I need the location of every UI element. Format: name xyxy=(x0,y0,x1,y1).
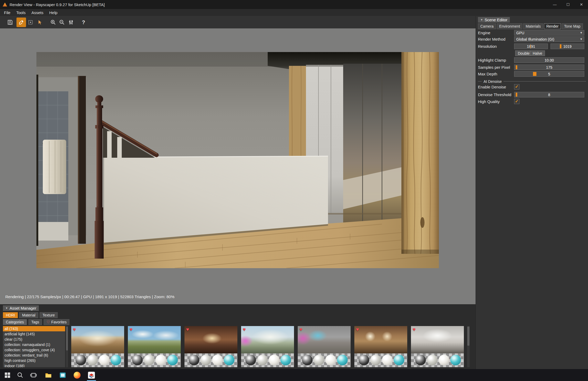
category-item[interactable]: clear (175) xyxy=(3,337,65,342)
category-item[interactable]: collection: smugglers_cove (4) xyxy=(3,347,65,353)
preview-sphere xyxy=(382,355,393,365)
scene-editor-panel: ▼ Scene Editor Camera Environment Materi… xyxy=(476,16,588,369)
hdri-preview xyxy=(241,326,294,353)
category-item[interactable]: artificial light (145) xyxy=(3,331,65,337)
resolution-height-input[interactable]: 1019 xyxy=(551,44,584,49)
minimize-button[interactable]: — xyxy=(548,0,561,9)
asset-manager-header[interactable]: ▼ Asset Manager xyxy=(3,305,39,311)
menu-tools[interactable]: Tools xyxy=(13,10,28,15)
heart-icon[interactable]: ♥ xyxy=(356,327,359,332)
enable-denoise-checkbox[interactable]: ✓ xyxy=(514,84,519,89)
slider-indicator xyxy=(516,65,517,69)
search-button[interactable] xyxy=(14,369,27,381)
filter-tags[interactable]: Tags xyxy=(28,319,42,325)
help-button[interactable]: ? xyxy=(79,18,88,27)
task-view-button[interactable] xyxy=(27,369,40,381)
zoom-in-button[interactable] xyxy=(48,18,58,27)
chevron-down-icon: ▼ xyxy=(580,31,583,34)
high-quality-checkbox[interactable]: ✓ xyxy=(514,99,519,104)
engine-dropdown[interactable]: GPU ▼ xyxy=(514,30,584,36)
menu-assets[interactable]: Assets xyxy=(28,10,46,15)
asset-manager-title: Asset Manager xyxy=(10,306,36,310)
thumbnail-scrollbar[interactable] xyxy=(467,326,470,367)
heart-icon[interactable]: ♥ xyxy=(129,327,132,332)
teal-app-button[interactable] xyxy=(56,369,69,381)
maximize-button[interactable]: ☐ xyxy=(561,0,575,9)
tab-camera[interactable]: Camera xyxy=(478,23,496,29)
denoise-threshold-input[interactable]: 8 xyxy=(514,92,584,97)
render-method-dropdown[interactable]: Global Illumination (GI) ▼ xyxy=(514,36,584,42)
save-icon xyxy=(7,19,13,25)
hdri-thumbnail[interactable]: ♥ xyxy=(184,326,237,367)
heart-icon[interactable]: ♥ xyxy=(73,327,76,332)
color-picker-button[interactable] xyxy=(16,18,26,27)
tab-material[interactable]: Material xyxy=(19,312,38,318)
file-explorer-button[interactable] xyxy=(42,369,55,381)
preview-sphere xyxy=(302,355,313,365)
render-region-button[interactable] xyxy=(26,18,35,27)
scrollbar-thumb[interactable] xyxy=(467,327,469,346)
tab-environment[interactable]: Environment xyxy=(497,23,523,29)
hdri-preview xyxy=(298,326,351,353)
preview-sphere xyxy=(370,355,381,365)
tab-materials[interactable]: Materials xyxy=(523,23,543,29)
category-list-scrollbar[interactable] xyxy=(66,326,68,367)
heart-icon[interactable]: ♥ xyxy=(413,327,415,332)
resolution-height-value: 1019 xyxy=(563,44,572,49)
filter-favorites[interactable]: ♡ Favorites xyxy=(44,319,69,325)
render-image[interactable] xyxy=(36,52,439,268)
hdri-thumbnail[interactable]: ♥ xyxy=(354,326,407,367)
start-button[interactable] xyxy=(1,369,14,381)
preview-sphere xyxy=(394,355,404,365)
select-tool-button[interactable] xyxy=(35,18,45,27)
sliders-icon xyxy=(68,19,74,25)
heart-icon[interactable]: ♥ xyxy=(299,327,302,332)
preview-sphere xyxy=(245,355,256,365)
double-button[interactable]: Double xyxy=(515,50,532,56)
scrollbar-thumb[interactable] xyxy=(66,327,68,350)
denoise-threshold-label: Denoise Threshold xyxy=(478,92,511,97)
preview-sphere xyxy=(156,355,166,365)
heart-icon[interactable]: ♥ xyxy=(243,327,246,332)
section-line xyxy=(503,81,586,82)
sketchup-button[interactable] xyxy=(85,369,98,381)
menu-help[interactable]: Help xyxy=(46,10,60,15)
filter-categories[interactable]: Categories xyxy=(3,319,27,325)
hdri-thumbnail[interactable]: ♥ xyxy=(298,326,351,367)
adjustments-button[interactable] xyxy=(66,18,76,27)
hdri-thumbnail[interactable]: ♥ xyxy=(71,326,124,367)
teal-app-icon xyxy=(59,372,66,379)
category-item[interactable]: indoor (188) xyxy=(3,363,65,367)
close-button[interactable]: ✕ xyxy=(575,0,588,9)
tab-texture[interactable]: Texture xyxy=(40,312,58,318)
category-item-all[interactable]: all (743) xyxy=(3,326,65,331)
tab-tone-map[interactable]: Tone Map xyxy=(562,23,583,29)
max-depth-input[interactable]: 5 xyxy=(514,71,584,77)
save-button[interactable] xyxy=(5,18,15,27)
hdri-thumbnail[interactable]: ♥ xyxy=(411,326,464,367)
firefox-button[interactable] xyxy=(71,369,83,381)
ai-denoise-section-header[interactable]: AI Denoise xyxy=(478,79,586,84)
tab-hdri[interactable]: HDRI xyxy=(3,312,18,318)
heart-icon[interactable]: ♥ xyxy=(186,327,189,332)
category-item[interactable]: high contrast (265) xyxy=(3,358,65,363)
toolbar: ? xyxy=(0,16,476,28)
tab-render[interactable]: Render xyxy=(544,23,561,29)
highlight-clamp-input[interactable]: 10.00 xyxy=(514,57,584,63)
hdri-thumbnail[interactable]: ♥ xyxy=(241,326,294,367)
asset-filter-tabs: Categories Tags ♡ Favorites xyxy=(3,319,69,325)
halve-button[interactable]: Halve xyxy=(530,50,545,56)
resolution-width-value: 1891 xyxy=(527,44,535,49)
scene-editor-header[interactable]: ▼ Scene Editor xyxy=(478,17,510,23)
menu-file[interactable]: File xyxy=(1,10,13,15)
max-depth-value: 5 xyxy=(548,72,550,76)
resolution-width-input[interactable]: 1891 xyxy=(514,44,548,49)
samples-per-pixel-input[interactable]: 175 xyxy=(514,65,584,70)
high-quality-label: High Quality xyxy=(478,99,500,104)
category-item[interactable]: collection: namaqualand (1) xyxy=(3,342,65,347)
hdri-thumbnail[interactable]: ♥ xyxy=(128,326,181,367)
category-item[interactable]: collection: verdant_trail (6) xyxy=(3,353,65,358)
zoom-out-button[interactable] xyxy=(57,18,67,27)
render-viewport[interactable]: Rendering | 22/175 Samples/px | 00:26:47… xyxy=(0,28,476,304)
task-view-icon xyxy=(30,372,37,379)
